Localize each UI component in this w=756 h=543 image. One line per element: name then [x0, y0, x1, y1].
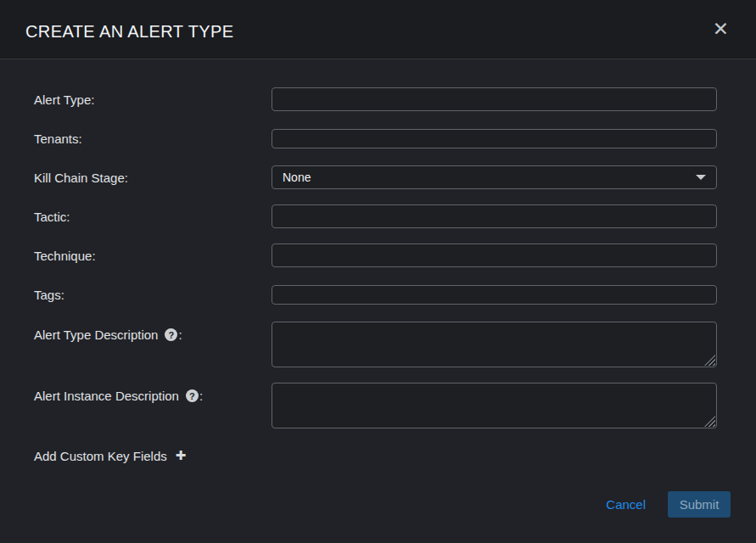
create-alert-type-modal: CREATE AN ALERT TYPE ✕ Alert Type: Tenan…	[0, 0, 756, 543]
plus-icon[interactable]: ✚	[176, 450, 187, 462]
alert-type-label: Alert Type:	[34, 92, 272, 107]
form-row-tags: Tags:	[34, 283, 717, 306]
help-icon[interactable]: ?	[165, 328, 177, 341]
technique-input[interactable]	[272, 244, 717, 267]
alert-type-input[interactable]	[272, 87, 717, 111]
close-icon[interactable]: ✕	[709, 18, 732, 41]
technique-label: Technique:	[34, 249, 272, 263]
kill-chain-stage-label: Kill Chain Stage:	[34, 171, 272, 185]
tenants-label: Tenants:	[34, 132, 272, 146]
submit-button[interactable]: Submit	[668, 491, 731, 518]
add-custom-key-fields-label: Add Custom Key Fields	[34, 449, 167, 463]
form-row-alert-type-description: Alert Type Description ? :	[34, 322, 717, 367]
cancel-button[interactable]: Cancel	[604, 494, 647, 515]
form-row-technique: Technique:	[34, 244, 717, 267]
modal-title: CREATE AN ALERT TYPE	[25, 22, 234, 42]
alert-instance-description-textarea[interactable]	[272, 383, 717, 428]
form-row-kill-chain-stage: Kill Chain Stage: None	[34, 165, 717, 189]
form-row-tenants: Tenants:	[34, 126, 717, 150]
help-icon[interactable]: ?	[186, 389, 199, 402]
tactic-label: Tactic:	[34, 210, 272, 224]
tags-label: Tags:	[34, 288, 272, 302]
tags-input[interactable]	[272, 285, 717, 305]
alert-instance-description-label: Alert Instance Description ? :	[34, 383, 272, 403]
form-row-tactic: Tactic:	[34, 204, 717, 228]
add-custom-key-fields-row: Add Custom Key Fields ✚	[34, 449, 717, 463]
modal-header: CREATE AN ALERT TYPE ✕	[0, 0, 756, 59]
kill-chain-stage-select[interactable]: None	[272, 165, 717, 189]
tactic-input[interactable]	[272, 204, 717, 228]
alert-type-description-textarea[interactable]	[272, 322, 717, 367]
form-row-alert-instance-description: Alert Instance Description ? :	[34, 383, 717, 428]
kill-chain-stage-selected-value: None	[283, 171, 311, 184]
form-row-alert-type: Alert Type:	[34, 87, 717, 111]
chevron-down-icon	[696, 175, 706, 180]
tenants-input[interactable]	[272, 129, 717, 148]
modal-body: Alert Type: Tenants: Kill Chain Stage: N…	[0, 59, 756, 488]
modal-footer: Cancel Submit	[0, 491, 756, 543]
alert-type-description-label: Alert Type Description ? :	[34, 322, 272, 342]
